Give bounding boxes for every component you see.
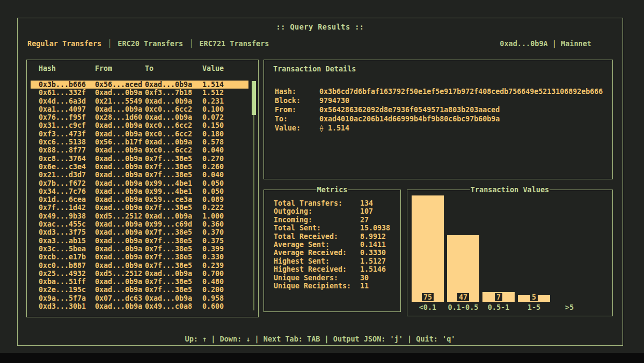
table-row[interactable]: 0x3b...b6660x56...aced0xad...0b9a1.514 bbox=[31, 81, 248, 89]
metric-row: Total Transfers:134 bbox=[264, 199, 400, 207]
tab-bar: Regular Transfers│ERC20 Transfers│ERC721… bbox=[27, 39, 591, 48]
table-row[interactable]: 0x7b...f6720xad...0b9a0x99...4be10.050 bbox=[31, 179, 248, 187]
scrollbar-track[interactable] bbox=[253, 81, 254, 310]
table-row[interactable]: 0xac...455c0xad...0b9a0x99...c69d0.360 bbox=[31, 220, 248, 228]
scrollbar-thumb[interactable] bbox=[252, 81, 256, 115]
table-row[interactable]: 0x21...d3d70xad...0b9a0x7f...38e50.040 bbox=[31, 171, 248, 179]
cell-hash: 0xac...455c bbox=[39, 220, 95, 228]
cell-to: 0xad...0b9a bbox=[145, 294, 202, 302]
bar-count-label: 47 bbox=[457, 293, 469, 301]
tab-erc721-transfers[interactable]: ERC721 Transfers bbox=[199, 39, 269, 48]
cell-value: 0.231 bbox=[202, 97, 248, 105]
cell-hash: 0xf3...473f bbox=[39, 130, 95, 138]
table-row[interactable]: 0xba...51ff0xad...0b9a0x7f...38e50.480 bbox=[31, 278, 248, 286]
table-row[interactable]: 0x4d...6a3d0x21...55490xad...0b9a0.231 bbox=[31, 97, 248, 105]
cell-to: 0xad...0b9a bbox=[145, 138, 202, 146]
x-axis-label: 0.5-1 bbox=[481, 303, 516, 311]
metrics-list: Total Transfers:134Outgoing:107Incoming:… bbox=[264, 199, 400, 290]
metric-row: Total Sent:15.0938 bbox=[264, 224, 400, 232]
table-row[interactable]: 0x9a...5f7a0x07...dc630xad...0b9a0.958 bbox=[31, 294, 248, 302]
table-row[interactable]: 0xd3...30b10xad...0b9a0x49...c0a80.600 bbox=[31, 302, 248, 310]
table-row[interactable]: 0x3c...5bea0xad...0b9a0x7f...38e50.399 bbox=[31, 245, 248, 253]
cell-hash: 0xcb...e17b bbox=[39, 253, 95, 261]
table-row[interactable]: 0xa1...40970xad...0b9a0xc0...6cc20.100 bbox=[31, 105, 248, 113]
table-header-row: HashFromToValue bbox=[31, 64, 248, 72]
cell-value: 0.180 bbox=[202, 130, 248, 138]
metric-value: 107 bbox=[360, 207, 373, 215]
cell-from: 0xad...0b9a bbox=[95, 253, 145, 261]
cell-hash: 0x1d...6cea bbox=[39, 195, 95, 204]
tab-regular-transfers[interactable]: Regular Transfers bbox=[27, 39, 101, 48]
details-fields: Hash:0x3b6cd7d6bfaf163792f50e1ef5e917b97… bbox=[264, 87, 612, 133]
metric-row: Incoming:27 bbox=[264, 216, 400, 224]
cell-hash: 0x7f...1d42 bbox=[39, 204, 95, 212]
tab-erc20-transfers[interactable]: ERC20 Transfers bbox=[118, 39, 183, 48]
cell-from: 0xad...0b9a bbox=[95, 163, 145, 171]
cell-value: 0.089 bbox=[202, 195, 248, 204]
table-row[interactable]: 0x88...8f770xad...0b9a0xc0...6cc20.040 bbox=[31, 146, 248, 154]
cell-value: 0.200 bbox=[202, 286, 248, 294]
cell-to: 0xc0...6cc2 bbox=[145, 121, 202, 129]
table-row[interactable]: 0x25...49320xd5...25120xad...0b9a0.700 bbox=[31, 270, 248, 278]
cell-from: 0xad...0b9a bbox=[95, 155, 145, 163]
detail-field: Block:9794730 bbox=[264, 96, 612, 105]
cell-to: 0xad...0b9a bbox=[145, 81, 202, 89]
cell-value: 0.578 bbox=[202, 138, 248, 146]
table-row[interactable]: 0x6e...c3e40xad...0b9a0x7f...38e50.260 bbox=[31, 163, 248, 171]
cell-from: 0xad...0b9a bbox=[95, 286, 145, 294]
table-row[interactable]: 0xd3...3f750xad...0b9a0x7f...38e50.370 bbox=[31, 228, 248, 236]
cell-hash: 0x34...7c76 bbox=[39, 187, 95, 195]
cell-to: 0xc0...6cc2 bbox=[145, 146, 202, 154]
metric-value: 1.5146 bbox=[360, 265, 386, 273]
cell-from: 0xad...0b9a bbox=[95, 220, 145, 228]
table-row[interactable]: 0x34...7c760xad...0b9a0x99...4be10.050 bbox=[31, 187, 248, 195]
cell-from: 0xad...0b9a bbox=[95, 245, 145, 253]
transfer-table-body: 0x3b...b6660x56...aced0xad...0b9a1.5140x… bbox=[31, 81, 248, 310]
table-row[interactable]: 0xf3...473f0xad...0b9a0xc0...6cc20.180 bbox=[31, 130, 248, 138]
cell-from: 0xad...0b9a bbox=[95, 179, 145, 187]
detail-value: 0x564286362092d8e7936f0549571a803b203aac… bbox=[319, 105, 500, 114]
column-header-from: From bbox=[95, 64, 145, 72]
cell-from: 0x56...aced bbox=[95, 81, 145, 89]
cell-value: 0.330 bbox=[202, 253, 248, 261]
table-row[interactable]: 0x61...332f0xad...0b9a0xf3...7b181.512 bbox=[31, 89, 248, 97]
cell-value: 0.958 bbox=[202, 294, 248, 302]
cell-hash: 0x6e...c3e4 bbox=[39, 163, 95, 171]
metric-row: Average Received:0.3330 bbox=[264, 249, 400, 257]
cell-hash: 0x3c...5bea bbox=[39, 245, 95, 253]
x-axis-label: 1-5 bbox=[516, 303, 552, 311]
cell-value: 0.100 bbox=[202, 105, 248, 113]
x-axis-label: <0.1 bbox=[410, 303, 445, 311]
cell-hash: 0x49...9b38 bbox=[39, 212, 95, 220]
table-row[interactable]: 0xa3...ab150xad...0b9a0x7f...38e50.375 bbox=[31, 237, 248, 245]
cell-value: 0.040 bbox=[202, 171, 248, 179]
cell-to: 0xad...0b9a bbox=[145, 212, 202, 220]
table-row[interactable]: 0xc6...51380x56...b17f0xad...0b9a0.578 bbox=[31, 138, 248, 146]
cell-value: 1.514 bbox=[202, 81, 248, 89]
table-row[interactable]: 0x31...c9cf0xad...0b9a0xc0...6cc20.150 bbox=[31, 121, 248, 129]
cell-from: 0xad...0b9a bbox=[95, 187, 145, 195]
transaction-values-chart: Transaction Values 75<0.1470.1-0.570.5-1… bbox=[407, 190, 613, 316]
cell-to: 0x7f...38e5 bbox=[145, 204, 202, 212]
table-row[interactable]: 0x7f...1d420xad...0b9a0x7f...38e50.222 bbox=[31, 204, 248, 212]
table-row[interactable]: 0xc0...b8870xad...0b9a0x7f...38e50.239 bbox=[31, 262, 248, 270]
network-name: Mainnet bbox=[561, 39, 591, 48]
cell-from: 0xad...0b9a bbox=[95, 130, 145, 138]
details-title: Transaction Details bbox=[273, 64, 356, 73]
table-row[interactable]: 0xc8...37640xad...0b9a0x7f...38e50.270 bbox=[31, 155, 248, 163]
table-row[interactable]: 0x49...9b380xd5...25120xad...0b9a1.000 bbox=[31, 212, 248, 220]
cell-value: 0.270 bbox=[202, 155, 248, 163]
table-row[interactable]: 0x2e...195c0xad...0b9a0x7f...38e50.200 bbox=[31, 286, 248, 294]
cell-hash: 0x88...8f77 bbox=[39, 146, 95, 154]
terminal-screen: :: Query Results :: Regular Transfers│ER… bbox=[0, 0, 644, 363]
cell-to: 0x7f...38e5 bbox=[145, 245, 202, 253]
cell-to: 0x7f...38e5 bbox=[145, 237, 202, 245]
cell-to: 0x7f...38e5 bbox=[145, 278, 202, 286]
cell-from: 0xad...0b9a bbox=[95, 171, 145, 179]
table-row[interactable]: 0xcb...e17b0xad...0b9a0x7f...38e50.330 bbox=[31, 253, 248, 261]
transfers-table-panel: HashFromToValue 0x3b...b6660x56...aced0x… bbox=[26, 60, 259, 317]
table-row[interactable]: 0x76...f95f0x28...1d600xad...0b9a0.072 bbox=[31, 113, 248, 121]
metric-row: Unique Recipients:11 bbox=[264, 282, 400, 290]
table-row[interactable]: 0x1d...6cea0xad...0b9a0x59...ce3a0.089 bbox=[31, 195, 248, 204]
cell-from: 0xad...0b9a bbox=[95, 121, 145, 129]
